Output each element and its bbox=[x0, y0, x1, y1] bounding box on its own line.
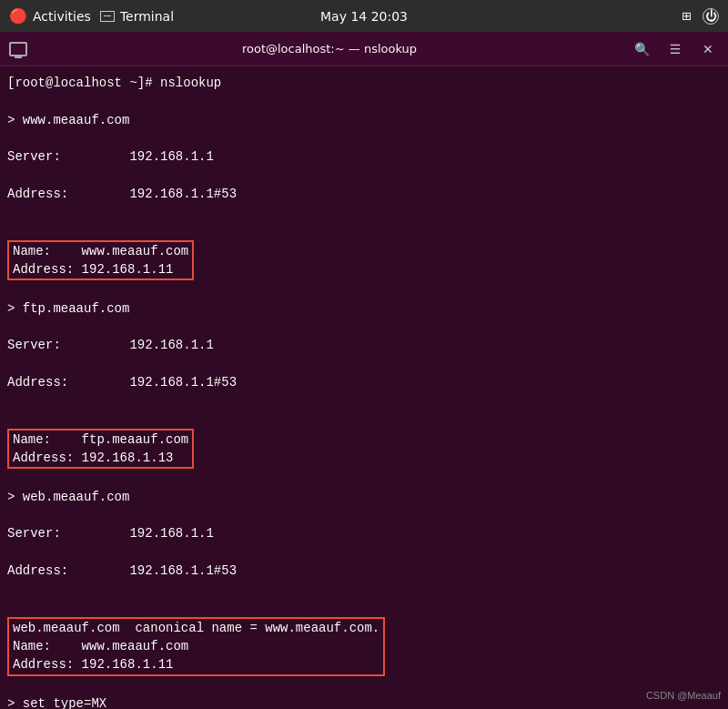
terminal-output: [root@localhost ~]# nslookup > www.meaau… bbox=[7, 74, 721, 709]
terminal-line: Address: 192.168.1.1#53 bbox=[7, 185, 721, 203]
activities-icon: 🔴 bbox=[9, 7, 27, 25]
top-bar-left: 🔴 Activities Terminal bbox=[9, 7, 174, 25]
terminal-content[interactable]: [root@localhost ~]# nslookup > www.meaau… bbox=[0, 66, 728, 709]
terminal-line: > web.meaauf.com bbox=[7, 488, 721, 506]
watermark: CSDN @Meaauf bbox=[646, 689, 721, 704]
terminal-line bbox=[7, 280, 721, 299]
terminal-line-boxed: Name: www.meaauf.com Address: 192.168.1.… bbox=[7, 240, 194, 281]
terminal-line: Address: 192.168.1.1#53 bbox=[7, 562, 721, 580]
terminal-screen-icon bbox=[9, 42, 27, 56]
terminal-line: Server: 192.168.1.1 bbox=[7, 524, 721, 542]
titlebar-left bbox=[9, 42, 27, 56]
terminal-line: Address: 192.168.1.1#53 bbox=[7, 373, 721, 391]
terminal-line bbox=[7, 221, 721, 239]
terminal-line: > ftp.meaauf.com bbox=[7, 299, 721, 318]
terminal-line: Server: 192.168.1.1 bbox=[7, 147, 721, 166]
terminal-line: > set type=MX bbox=[7, 694, 721, 709]
activities-button[interactable]: 🔴 Activities bbox=[9, 7, 91, 25]
terminal-taskbar-label: Terminal bbox=[120, 9, 174, 24]
titlebar-title: root@localhost:~ — nslookup bbox=[242, 42, 417, 56]
terminal-titlebar: root@localhost:~ — nslookup 🔍 ☰ ✕ bbox=[0, 32, 728, 66]
terminal-line bbox=[7, 676, 721, 694]
terminal-line-boxed: Name: ftp.meaauf.com Address: 192.168.1.… bbox=[7, 429, 194, 470]
terminal-line bbox=[7, 469, 721, 487]
terminal-icon-line bbox=[104, 15, 111, 16]
terminal-line: > www.meaauf.com bbox=[7, 111, 721, 129]
terminal-line bbox=[7, 598, 721, 616]
close-button[interactable]: ✕ bbox=[697, 38, 719, 60]
power-icon[interactable]: ⏻ bbox=[703, 8, 719, 25]
terminal-line: Server: 192.168.1.1 bbox=[7, 336, 721, 354]
top-bar-right: ⊞ ⏻ bbox=[682, 8, 719, 25]
terminal-line-boxed: web.meaauf.com canonical name = www.meaa… bbox=[7, 617, 385, 676]
terminal-window: root@localhost:~ — nslookup 🔍 ☰ ✕ [root@… bbox=[0, 32, 728, 709]
top-bar: 🔴 Activities Terminal May 14 20:03 ⊞ ⏻ bbox=[0, 0, 728, 32]
menu-button[interactable]: ☰ bbox=[664, 38, 686, 60]
terminal-icon bbox=[100, 11, 115, 22]
top-bar-clock: May 14 20:03 bbox=[320, 9, 408, 24]
network-icon: ⊞ bbox=[682, 9, 692, 23]
terminal-line: [root@localhost ~]# nslookup bbox=[7, 74, 721, 92]
search-button[interactable]: 🔍 bbox=[632, 38, 653, 60]
terminal-taskbar-item[interactable]: Terminal bbox=[100, 9, 174, 24]
terminal-line bbox=[7, 410, 721, 428]
activities-label: Activities bbox=[33, 9, 91, 24]
titlebar-right: 🔍 ☰ ✕ bbox=[632, 38, 719, 60]
datetime-label: May 14 20:03 bbox=[320, 9, 408, 24]
